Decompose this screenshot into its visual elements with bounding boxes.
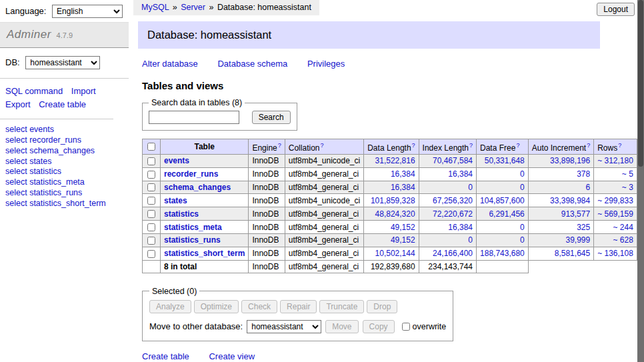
breadcrumb-server-link[interactable]: Server (181, 3, 205, 12)
nav-link-privileges[interactable]: Privileges (307, 59, 345, 69)
index-length-link-states[interactable]: 67,256,320 (433, 196, 473, 205)
table-link-statistics[interactable]: statistics (164, 209, 199, 219)
auto-increment-link-statistics_short_term[interactable]: 8,581,645 (555, 249, 590, 258)
help-icon[interactable]: ? (320, 142, 323, 149)
index-length-link-statistics_runs[interactable]: 0 (468, 235, 473, 245)
data-free-link-states[interactable]: 104,857,600 (480, 196, 525, 205)
language-select[interactable]: English (52, 5, 123, 18)
index-length-link-statistics_meta[interactable]: 16,384 (448, 223, 473, 232)
data-free-link-events[interactable]: 50,331,648 (485, 156, 525, 165)
data-length-link-recorder_runs[interactable]: 16,384 (391, 169, 415, 179)
row-checkbox-statistics_runs[interactable] (147, 237, 155, 245)
row-checkbox-statistics_short_term[interactable] (147, 250, 155, 258)
sidebar-link-select-statistics-short-term[interactable]: select statistics_short_term (5, 199, 123, 209)
sidebar-link-select-statistics-runs[interactable]: select statistics_runs (5, 188, 123, 199)
rows-link-events[interactable]: ~ 312,180 (597, 156, 633, 165)
auto-increment-link-statistics_meta[interactable]: 325 (577, 223, 590, 232)
data-free-link-statistics_meta[interactable]: 0 (520, 223, 525, 232)
sidebar-link-select-events[interactable]: select events (5, 125, 123, 135)
row-checkbox-statistics[interactable] (147, 210, 155, 218)
help-icon[interactable]: ? (618, 142, 621, 149)
scrollbar[interactable] (637, 0, 644, 362)
table-link-statistics_short_term[interactable]: statistics_short_term (164, 249, 245, 258)
help-icon[interactable]: ? (469, 142, 473, 149)
select-all-checkbox[interactable] (147, 143, 155, 151)
sidebar-action-import[interactable]: Import (71, 86, 96, 96)
row-checkbox-schema_changes[interactable] (147, 183, 155, 191)
nav-link-alter-database[interactable]: Alter database (142, 59, 198, 69)
rows-link-recorder_runs[interactable]: ~ 5 (622, 169, 633, 179)
help-icon[interactable]: ? (412, 142, 415, 149)
rows-link-states[interactable]: ~ 299,833 (597, 196, 633, 205)
auto-increment-link-events[interactable]: 33,898,196 (550, 156, 590, 165)
index-length-link-recorder_runs[interactable]: 16,384 (448, 169, 473, 179)
optimize-button[interactable]: Optimize (194, 300, 239, 313)
search-button[interactable]: Search (252, 111, 291, 124)
db-select[interactable]: homeassistant (25, 56, 100, 69)
rows-link-statistics_meta[interactable]: ~ 244 (613, 223, 633, 232)
index-length-link-events[interactable]: 70,467,584 (433, 156, 473, 165)
auto-increment-link-statistics_runs[interactable]: 39,999 (565, 235, 590, 245)
move-button[interactable]: Move (325, 320, 358, 333)
rows-link-statistics_runs[interactable]: ~ 628 (613, 235, 633, 245)
sidebar-action-sql-command[interactable]: SQL command (5, 86, 63, 96)
row-checkbox-recorder_runs[interactable] (147, 171, 155, 179)
index-length-link-schema_changes[interactable]: 0 (468, 183, 473, 192)
data-length-link-statistics_short_term[interactable]: 10,502,144 (375, 249, 415, 258)
auto-increment-link-schema_changes[interactable]: 6 (585, 183, 590, 192)
rows-link-schema_changes[interactable]: ~ 3 (622, 183, 633, 192)
copy-button[interactable]: Copy (363, 320, 395, 333)
data-length-link-states[interactable]: 101,859,328 (371, 196, 415, 205)
index-length-link-statistics_short_term[interactable]: 24,166,400 (433, 249, 473, 258)
overwrite-checkbox[interactable] (402, 323, 410, 331)
table-link-statistics_runs[interactable]: statistics_runs (164, 235, 221, 245)
data-free-link-statistics_short_term[interactable]: 188,743,680 (480, 249, 525, 258)
move-db-select[interactable]: homeassistant (247, 320, 321, 333)
row-checkbox-events[interactable] (147, 157, 155, 165)
rows-link-statistics[interactable]: ~ 569,159 (597, 209, 633, 219)
data-length-link-statistics[interactable]: 48,824,320 (375, 209, 415, 219)
data-length-link-statistics_runs[interactable]: 49,152 (391, 235, 415, 245)
row-checkbox-states[interactable] (147, 197, 155, 205)
table-link-statistics_meta[interactable]: statistics_meta (164, 223, 222, 232)
drop-button[interactable]: Drop (367, 300, 397, 313)
nav-link-database-schema[interactable]: Database schema (217, 59, 287, 69)
check-button[interactable]: Check (241, 300, 277, 313)
sidebar-link-select-statistics[interactable]: select statistics (5, 167, 123, 177)
row-checkbox-statistics_meta[interactable] (147, 223, 155, 231)
sidebar-link-select-states[interactable]: select states (5, 157, 123, 167)
help-icon[interactable]: ? (516, 142, 519, 149)
search-input[interactable] (149, 111, 239, 124)
repair-button[interactable]: Repair (280, 300, 317, 313)
scrollbar-thumb[interactable] (638, 0, 643, 167)
sidebar-action-export[interactable]: Export (5, 99, 31, 109)
help-icon[interactable]: ? (587, 142, 590, 149)
sidebar-link-select-recorder-runs[interactable]: select recorder_runs (5, 135, 123, 146)
help-icon[interactable]: ? (278, 142, 281, 149)
table-link-states[interactable]: states (164, 196, 187, 205)
data-free-link-statistics[interactable]: 6,291,456 (489, 209, 524, 219)
auto-increment-link-recorder_runs[interactable]: 378 (577, 169, 590, 179)
data-length-link-schema_changes[interactable]: 16,384 (391, 183, 415, 192)
breadcrumb-mysql-link[interactable]: MySQL (141, 3, 169, 12)
link-create-view[interactable]: Create view (209, 351, 255, 361)
data-free-link-recorder_runs[interactable]: 0 (520, 169, 525, 179)
link-create-table[interactable]: Create table (142, 351, 189, 361)
table-link-schema_changes[interactable]: schema_changes (164, 183, 231, 192)
auto-increment-link-statistics[interactable]: 913,577 (561, 209, 590, 219)
adminer-home-link[interactable]: Adminer (7, 28, 51, 41)
auto-increment-link-states[interactable]: 33,398,984 (550, 196, 590, 205)
sidebar-action-create-table[interactable]: Create table (39, 99, 86, 109)
data-length-link-statistics_meta[interactable]: 49,152 (391, 223, 415, 232)
table-link-recorder_runs[interactable]: recorder_runs (164, 169, 218, 179)
logout-button[interactable]: Logout (597, 3, 635, 16)
data-free-link-statistics_runs[interactable]: 0 (520, 235, 525, 245)
analyze-button[interactable]: Analyze (149, 300, 191, 313)
sidebar-link-select-statistics-meta[interactable]: select statistics_meta (5, 177, 123, 188)
data-length-link-events[interactable]: 31,522,816 (375, 156, 415, 165)
rows-link-statistics_short_term[interactable]: ~ 136,108 (597, 249, 633, 258)
truncate-button[interactable]: Truncate (319, 300, 364, 313)
sidebar-link-select-schema-changes[interactable]: select schema_changes (5, 146, 123, 157)
index-length-link-statistics[interactable]: 72,220,672 (433, 209, 473, 219)
data-free-link-schema_changes[interactable]: 0 (520, 183, 525, 192)
